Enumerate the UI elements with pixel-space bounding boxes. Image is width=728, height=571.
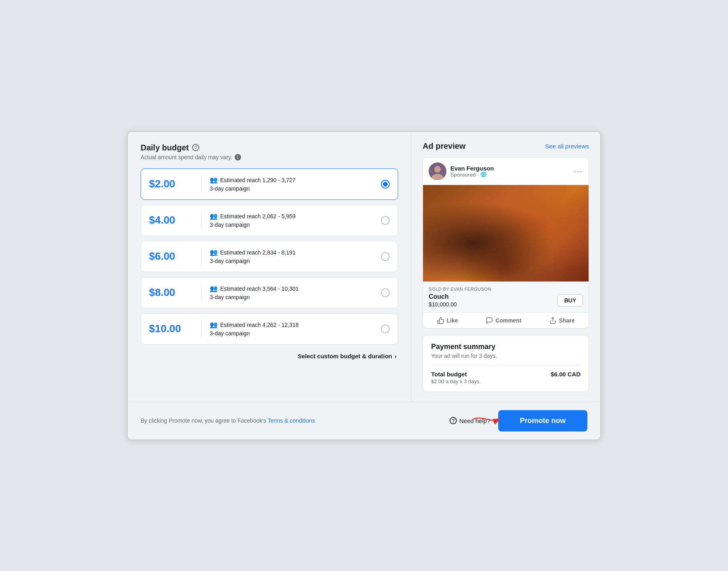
ad-image	[423, 185, 589, 281]
chevron-right-icon: ›	[395, 353, 397, 359]
buy-button[interactable]: BUY	[557, 294, 583, 306]
budget-reach-5: 👥 Estimated reach 4,262 - 12,318	[210, 321, 381, 329]
budget-divider-4	[201, 285, 202, 301]
budget-amount-3: $6.00	[149, 250, 193, 263]
main-container: Daily budget ? Actual amount spend daily…	[127, 131, 601, 440]
more-options-button[interactable]: ···	[574, 166, 583, 176]
ad-user-name: Evan Ferguson	[450, 165, 494, 172]
section-subtitle: Actual amount spend daily may vary. i	[141, 154, 398, 160]
budget-amount-4: $8.00	[149, 286, 193, 299]
budget-option-5[interactable]: $10.00 👥 Estimated reach 4,262 - 12,318 …	[141, 313, 398, 345]
budget-duration-2: 3-day campaign	[210, 222, 381, 228]
arrow-indicator	[471, 413, 503, 428]
ad-seller-label: SOLD BY EVAN FERGUSON	[429, 287, 583, 292]
budget-option-1[interactable]: $2.00 👥 Estimated reach 1,290 - 3,727 3-…	[141, 168, 398, 200]
budget-duration-4: 3-day campaign	[210, 294, 381, 300]
daily-budget-title: Daily budget	[141, 143, 189, 152]
ad-preview-title: Ad preview	[423, 142, 466, 151]
payment-row: Total budget $2.00 a day x 3 days. $6.00…	[431, 366, 581, 384]
comment-button[interactable]: Comment	[486, 317, 521, 324]
footer-disclaimer: By clicking Promote now, you agree to Fa…	[141, 417, 315, 424]
budget-options: $2.00 👥 Estimated reach 1,290 - 3,727 3-…	[141, 168, 398, 345]
ad-product-price: $10,000.00	[429, 301, 457, 308]
ad-product-row: Couch $10,000.00 BUY	[429, 293, 583, 308]
budget-duration-5: 3-day campaign	[210, 330, 381, 337]
payment-summary: Payment summary Your ad will run for 3 d…	[423, 335, 589, 392]
ad-product-name: Couch	[429, 293, 457, 300]
right-panel: Ad preview See all previews	[411, 132, 600, 402]
radio-btn-5[interactable]	[381, 325, 390, 333]
share-label: Share	[559, 317, 575, 324]
total-budget-label: Total budget	[431, 371, 481, 378]
reach-icon-3: 👥	[210, 249, 218, 256]
budget-divider	[201, 176, 202, 192]
budget-duration-1: 3-day campaign	[210, 185, 381, 192]
reach-icon-4: 👥	[210, 285, 218, 292]
ad-product-details: Couch $10,000.00	[429, 293, 457, 308]
see-all-previews-link[interactable]: See all previews	[545, 143, 589, 150]
budget-amount-2: $4.00	[149, 214, 193, 226]
budget-reach-2: 👥 Estimated reach 2,062 - 5,959	[210, 212, 381, 220]
ad-product-info: SOLD BY EVAN FERGUSON Couch $10,000.00 B…	[423, 281, 589, 312]
ad-sponsored: Sponsored · 🌐	[450, 172, 494, 178]
ad-card: Evan Ferguson Sponsored · 🌐 ···	[423, 157, 589, 329]
reach-icon-1: 👥	[210, 176, 218, 184]
custom-budget-link[interactable]: Select custom budget & duration ›	[141, 353, 398, 359]
content-area: Daily budget ? Actual amount spend daily…	[128, 132, 600, 402]
left-panel: Daily budget ? Actual amount spend daily…	[128, 132, 411, 402]
budget-reach-3: 👥 Estimated reach 2,834 - 8,191	[210, 249, 381, 256]
share-button[interactable]: Share	[549, 317, 575, 324]
ad-user-details: Evan Ferguson Sponsored · 🌐	[450, 165, 494, 178]
terms-link[interactable]: Terms & conditions	[268, 417, 315, 424]
budget-details-2: 👥 Estimated reach 2,062 - 5,959 3-day ca…	[210, 212, 381, 228]
budget-details-5: 👥 Estimated reach 4,262 - 12,318 3-day c…	[210, 321, 381, 337]
reach-icon-2: 👥	[210, 212, 218, 220]
budget-amount-5: $10.00	[149, 322, 193, 335]
budget-option-3[interactable]: $6.00 👥 Estimated reach 2,834 - 8,191 3-…	[141, 241, 398, 272]
payment-title: Payment summary	[431, 343, 581, 351]
help-icon[interactable]: ?	[192, 144, 199, 151]
budget-option-4[interactable]: $8.00 👥 Estimated reach 3,564 - 10,301 3…	[141, 277, 398, 308]
budget-duration-3: 3-day campaign	[210, 258, 381, 264]
budget-divider-2	[201, 212, 202, 228]
payment-label-group: Total budget $2.00 a day x 3 days.	[431, 371, 481, 384]
ad-user-info: Evan Ferguson Sponsored · 🌐	[429, 162, 494, 180]
budget-amount-1: $2.00	[149, 178, 193, 190]
promote-now-button[interactable]: Promote now	[498, 410, 587, 431]
radio-btn-1[interactable]	[381, 180, 390, 189]
budget-reach-1: 👥 Estimated reach 1,290 - 3,727	[210, 176, 381, 184]
total-budget-amount: $6.00 CAD	[551, 371, 581, 378]
payment-subtitle: Your ad will run for 3 days.	[431, 353, 581, 359]
section-title: Daily budget ?	[141, 143, 398, 152]
ad-actions: Like Comment Share	[423, 312, 589, 328]
like-button[interactable]: Like	[437, 317, 458, 324]
ad-card-header: Evan Ferguson Sponsored · 🌐 ···	[423, 158, 589, 185]
footer: By clicking Promote now, you agree to Fa…	[128, 402, 600, 440]
budget-reach-4: 👥 Estimated reach 3,564 - 10,301	[210, 285, 381, 292]
budget-option-2[interactable]: $4.00 👥 Estimated reach 2,062 - 5,959 3-…	[141, 205, 398, 236]
ad-preview-header: Ad preview See all previews	[423, 142, 589, 151]
globe-icon: 🌐	[481, 172, 487, 177]
reach-icon-5: 👥	[210, 321, 218, 329]
budget-details-3: 👥 Estimated reach 2,834 - 8,191 3-day ca…	[210, 249, 381, 264]
radio-btn-4[interactable]	[381, 288, 390, 297]
svg-point-1	[434, 166, 441, 173]
like-label: Like	[447, 317, 458, 324]
comment-label: Comment	[495, 317, 521, 324]
budget-divider-5	[201, 321, 202, 337]
budget-divider-3	[201, 249, 202, 265]
radio-btn-3[interactable]	[381, 252, 390, 261]
total-budget-detail: $2.00 a day x 3 days.	[431, 378, 481, 384]
footer-right: ? Need help? Promote now	[450, 410, 587, 431]
question-circle-icon: ?	[450, 417, 457, 424]
dot-separator: ·	[477, 172, 479, 178]
info-icon: i	[235, 154, 241, 160]
radio-btn-2[interactable]	[381, 216, 390, 225]
budget-details-4: 👥 Estimated reach 3,564 - 10,301 3-day c…	[210, 285, 381, 300]
avatar	[429, 162, 446, 180]
budget-details-1: 👥 Estimated reach 1,290 - 3,727 3-day ca…	[210, 176, 381, 192]
